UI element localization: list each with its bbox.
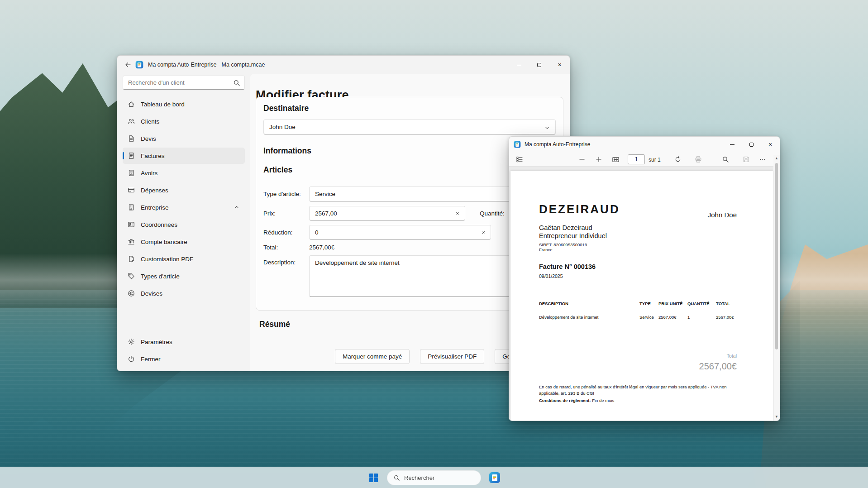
- document-icon: [128, 135, 135, 142]
- bank-icon: [128, 238, 135, 245]
- pdf-scrollbar[interactable]: ▲ ▼: [773, 155, 780, 421]
- sidebar-item-devises[interactable]: Devises: [123, 285, 245, 301]
- minimize-button[interactable]: [723, 137, 742, 152]
- taskbar-search-label: Rechercher: [404, 474, 434, 481]
- sidebar-item-coordonnees[interactable]: Coordonnées: [123, 216, 245, 233]
- sidebar-item-types-article[interactable]: Types d'article: [123, 268, 245, 284]
- client-search-box: [123, 76, 245, 90]
- mark-paid-button[interactable]: Marquer comme payé: [335, 349, 410, 364]
- taskbar-search[interactable]: Rechercher: [387, 470, 481, 485]
- prix-field: [309, 206, 465, 220]
- col-total: TOTAL: [716, 301, 738, 306]
- rotate-icon: [674, 156, 682, 163]
- client-search-input[interactable]: [123, 79, 244, 86]
- minus-icon: [578, 156, 586, 163]
- sidebar-footer: Paramètres Fermer: [123, 334, 245, 368]
- tag-icon: [128, 273, 135, 280]
- sidebar-item-fermer[interactable]: Fermer: [123, 351, 245, 367]
- maximize-button[interactable]: [742, 137, 761, 152]
- sidebar-item-label: Avoirs: [141, 170, 157, 177]
- taskbar-app-compta[interactable]: [486, 469, 504, 487]
- prix-label: Prix:: [263, 210, 309, 217]
- sidebar-item-factures[interactable]: Factures: [123, 148, 245, 164]
- search-icon: [233, 79, 240, 86]
- zoom-in-button[interactable]: [593, 154, 605, 165]
- credit-card-icon: [128, 187, 135, 194]
- more-options-button[interactable]: [757, 154, 768, 165]
- more-icon: [759, 156, 766, 163]
- minimize-icon: [730, 144, 734, 145]
- print-button[interactable]: [692, 154, 704, 165]
- close-button[interactable]: ×: [761, 137, 780, 152]
- save-icon: [743, 156, 750, 163]
- search-button[interactable]: [720, 154, 731, 165]
- sidebar-item-compte-bancaire[interactable]: Compte bancaire: [123, 234, 245, 250]
- sidebar-item-tableau-de-bord[interactable]: Tableau de bord: [123, 96, 245, 112]
- pdf-viewer: DEZEIRAUD John Doe Gaëtan Dezeiraud Entr…: [509, 167, 773, 421]
- sidebar-item-parametres[interactable]: Paramètres: [123, 334, 245, 350]
- sidebar-item-label: Customisation PDF: [141, 256, 193, 263]
- invoice-late-note: En cas de retard, une pénalité au taux d…: [539, 384, 744, 397]
- preview-pdf-button[interactable]: Prévisualiser PDF: [420, 349, 484, 364]
- invoice-table: DESCRIPTION TYPE PRIX UNITÉ QUANTITÉ TOT…: [539, 301, 738, 320]
- invoice-total-label: Total: [727, 353, 737, 359]
- close-icon: ×: [768, 141, 772, 148]
- clear-icon: [481, 230, 486, 235]
- page-number-input[interactable]: [628, 154, 645, 164]
- total-value: 2567,00€: [309, 244, 334, 251]
- save-button[interactable]: [740, 154, 752, 165]
- sidebar-item-customisation-pdf[interactable]: Customisation PDF: [123, 251, 245, 267]
- payment-terms-label: Conditions de règlement:: [539, 398, 591, 403]
- thumbnails-panel-button[interactable]: [514, 154, 525, 165]
- currency-icon: [128, 290, 135, 297]
- sidebar-nav: Tableau de bord Clients Devis Factures A…: [123, 96, 245, 301]
- sidebar-item-entreprise[interactable]: Entreprise: [123, 199, 245, 215]
- minimize-icon: [517, 65, 521, 65]
- scroll-down-arrow[interactable]: ▼: [773, 414, 780, 420]
- prix-input[interactable]: [310, 210, 465, 217]
- sidebar-item-devis[interactable]: Devis: [123, 130, 245, 147]
- prix-clear-button[interactable]: [453, 209, 462, 218]
- invoice-issuer-country: France: [539, 247, 553, 252]
- plus-icon: [595, 156, 602, 163]
- invoice-icon: [128, 152, 135, 159]
- recipient-combobox[interactable]: John Doe: [263, 120, 556, 134]
- close-button[interactable]: ×: [549, 56, 570, 74]
- maximize-button[interactable]: [529, 56, 549, 74]
- type-article-value: Service: [315, 191, 335, 197]
- sidebar-item-avoirs[interactable]: Avoirs: [123, 165, 245, 181]
- reduction-label: Réduction:: [263, 229, 309, 236]
- scroll-up-arrow[interactable]: ▲: [773, 156, 780, 161]
- caption-buttons: ×: [723, 137, 780, 152]
- fit-width-button[interactable]: [610, 154, 621, 165]
- zoom-out-button[interactable]: [576, 154, 588, 165]
- taskbar-center-group: Rechercher: [364, 469, 504, 487]
- cell-type: Service: [639, 315, 658, 320]
- back-button[interactable]: [121, 57, 135, 72]
- reduction-clear-button[interactable]: [479, 228, 488, 237]
- rotate-button[interactable]: [672, 154, 684, 165]
- invoice-payment-terms: Conditions de règlement: Fin de mois: [539, 398, 614, 403]
- col-description: DESCRIPTION: [539, 301, 639, 306]
- sidebar-item-label: Devises: [141, 290, 162, 297]
- sidebar-item-label: Coordonnées: [141, 221, 177, 228]
- total-label: Total:: [263, 244, 309, 251]
- contact-card-icon: [128, 221, 135, 228]
- chevron-down-icon: [544, 124, 550, 131]
- scrollbar-thumb[interactable]: [775, 163, 778, 349]
- invoice-table-header: DESCRIPTION TYPE PRIX UNITÉ QUANTITÉ TOT…: [539, 301, 738, 309]
- window-title: Ma compta Auto-Entreprise: [525, 141, 590, 148]
- recipient-value: John Doe: [269, 124, 296, 130]
- start-button[interactable]: [364, 469, 382, 487]
- reduction-input[interactable]: [310, 229, 491, 236]
- col-prix-unite: PRIX UNITÉ: [658, 301, 687, 306]
- sidebar-item-label: Tableau de bord: [141, 101, 185, 108]
- building-icon: [128, 204, 135, 211]
- pdf-page: DEZEIRAUD John Doe Gaëtan Dezeiraud Entr…: [510, 171, 773, 421]
- destinataire-heading: Destinataire: [263, 104, 556, 113]
- window-title: Ma compta Auto-Entreprise - Ma compta.mc…: [148, 62, 265, 68]
- gear-icon: [128, 338, 135, 345]
- sidebar-item-clients[interactable]: Clients: [123, 113, 245, 129]
- sidebar-item-depenses[interactable]: Dépenses: [123, 182, 245, 198]
- minimize-button[interactable]: [509, 56, 529, 74]
